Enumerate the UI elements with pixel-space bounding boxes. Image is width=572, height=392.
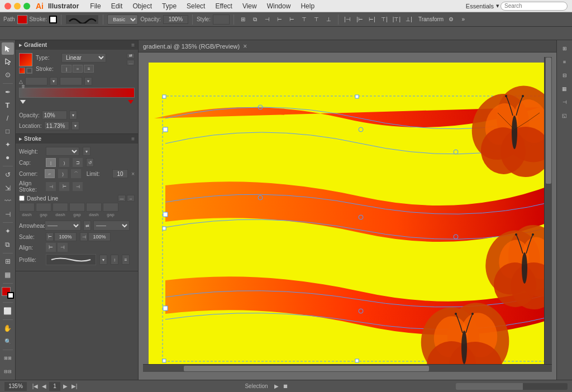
tool-graph[interactable]: ▦	[2, 269, 14, 281]
tool-direct-selection[interactable]	[2, 56, 14, 68]
menu-type[interactable]: Type	[158, 1, 181, 11]
stop-btn[interactable]: ⏹	[282, 383, 289, 390]
tool-line[interactable]: /	[2, 112, 14, 125]
tool-text[interactable]: T	[2, 99, 14, 111]
envelope-icon[interactable]: ⊞	[238, 15, 248, 25]
scale-start-input[interactable]	[54, 232, 77, 241]
dash-3[interactable]	[86, 203, 102, 212]
menu-file[interactable]: File	[85, 1, 105, 11]
tool-blend[interactable]: ⧉	[2, 238, 14, 251]
gradient-stop-right[interactable]	[128, 100, 134, 104]
minimize-button[interactable]	[14, 3, 21, 9]
gradient-delete-icon[interactable]: 🗑	[21, 84, 25, 88]
gradient-swatch[interactable]	[19, 53, 32, 66]
gradient-type-select[interactable]: Linear Radial	[61, 53, 106, 63]
gradient-panel-header[interactable]: ▸ Gradient ≡	[16, 40, 138, 50]
toolbar-overflow-icon[interactable]: »	[458, 15, 468, 25]
perspective-icon[interactable]: ⧉	[250, 15, 260, 25]
page-prev-btn[interactable]: ◀	[40, 383, 48, 390]
dashed-line-checkbox[interactable]	[19, 195, 25, 201]
stroke-style-preview[interactable]	[65, 15, 99, 25]
distribute-center-icon[interactable]: |⊢	[355, 15, 365, 25]
profile-flip-btn[interactable]: ↕	[111, 255, 118, 265]
aspect-arrow[interactable]: ▾	[84, 77, 92, 85]
gradient-bar[interactable]	[19, 88, 135, 98]
stroke-panel-header[interactable]: ▸ Stroke ≡	[16, 134, 138, 144]
tool-hand[interactable]: ✋	[2, 322, 14, 334]
transform-options-icon[interactable]: ⚙	[446, 15, 456, 25]
align-bottom-icon[interactable]: ⊥	[324, 15, 334, 25]
stroke-icon-1[interactable]: |	[61, 65, 72, 73]
tool-eyedropper[interactable]: ✦	[2, 225, 14, 237]
gap-2[interactable]	[69, 203, 85, 212]
cap-round[interactable]: )	[59, 158, 69, 167]
tool-width[interactable]: ⊣	[2, 208, 14, 221]
align-inside-icon[interactable]: ⊣	[58, 243, 68, 252]
vertical-scrollbar[interactable]	[544, 57, 552, 372]
location-value-input[interactable]	[44, 121, 69, 130]
opacity-arrow[interactable]: ▾	[69, 111, 77, 119]
style-swatch[interactable]	[213, 15, 230, 25]
tool-brush[interactable]: ✦	[2, 138, 14, 151]
tool-grid-1[interactable]: ⊞⊞	[2, 352, 14, 365]
page-input[interactable]	[49, 382, 60, 391]
right-tool-3[interactable]: ⊟	[559, 69, 571, 82]
dash-2[interactable]	[53, 203, 68, 212]
right-tool-4[interactable]: ▦	[559, 83, 571, 95]
page-next-btn[interactable]: ▶	[61, 383, 69, 390]
stroke-icon-2[interactable]: =	[73, 65, 83, 73]
menu-select[interactable]: Select	[182, 1, 209, 11]
distribute-top-icon[interactable]: ⊤|	[379, 15, 389, 25]
aspect-input[interactable]	[60, 77, 82, 85]
right-tool-1[interactable]: ⊞	[559, 42, 571, 55]
profile-menu-btn[interactable]: ≡	[122, 255, 130, 265]
play-btn[interactable]: ▶	[273, 383, 280, 390]
align-middle-icon[interactable]: ⊤	[312, 15, 322, 25]
maximize-button[interactable]	[23, 3, 30, 9]
tool-artboard[interactable]: ⬜	[2, 305, 14, 317]
align-center-icon[interactable]: ⊢	[275, 15, 285, 25]
tool-rotate[interactable]: ↺	[2, 169, 14, 181]
menu-object[interactable]: Object	[128, 1, 156, 11]
gradient-options-btn[interactable]: …	[127, 60, 135, 65]
zoom-input[interactable]	[4, 382, 27, 391]
tool-color-swatches[interactable]	[2, 287, 14, 299]
tool-magic-wand[interactable]: ⊙	[2, 69, 14, 81]
gradient-reverse-btn[interactable]: ⇄	[127, 53, 135, 59]
dash-option-1[interactable]: —	[118, 195, 126, 202]
profile-select[interactable]	[46, 254, 96, 265]
arrowhead-swap-btn[interactable]: ⇄	[83, 221, 91, 231]
gradient-stroke-icon[interactable]	[26, 68, 32, 74]
angle-input[interactable]	[25, 77, 47, 85]
arrowhead-start-select[interactable]: ——	[45, 221, 81, 231]
dash-option-2[interactable]: --	[127, 195, 135, 202]
close-button[interactable]	[4, 3, 11, 9]
opacity-value-input[interactable]	[42, 111, 67, 119]
scale-end-input[interactable]	[88, 232, 111, 241]
tool-grid-2[interactable]: ⊟⊟	[2, 366, 14, 378]
distribute-left-icon[interactable]: |⊣	[342, 15, 352, 25]
horizontal-scrollbar[interactable]	[143, 364, 552, 372]
tool-pen[interactable]: ✒	[2, 86, 14, 98]
corner-bevel[interactable]: ⌒	[71, 169, 80, 178]
stroke-icon-3[interactable]: ≡	[84, 65, 94, 73]
gradient-panel-menu[interactable]: ≡	[131, 42, 135, 48]
page-last-btn[interactable]: ▶|	[70, 383, 78, 390]
gap-1[interactable]	[36, 203, 51, 212]
canvas-area[interactable]	[143, 57, 552, 372]
location-arrow[interactable]: ▾	[72, 121, 79, 130]
angle-arrow[interactable]: ▾	[50, 77, 58, 85]
align-center-stroke[interactable]: ⊣	[46, 182, 56, 191]
tool-shape[interactable]: □	[2, 125, 14, 137]
weight-select[interactable]	[46, 147, 79, 156]
menu-help[interactable]: Help	[296, 1, 319, 11]
page-first-btn[interactable]: |◀	[31, 383, 39, 390]
cap-butt[interactable]: |	[46, 158, 56, 167]
right-tool-6[interactable]: ◱	[559, 109, 571, 122]
right-tool-2[interactable]: ≡	[559, 56, 571, 68]
align-outside-stroke[interactable]: ⊣	[73, 182, 83, 191]
gradient-stop-left[interactable]	[20, 100, 26, 104]
profile-dropdown-arrow[interactable]: ▾	[99, 255, 107, 265]
stroke-panel-menu[interactable]: ≡	[131, 136, 135, 142]
limit-input[interactable]	[112, 169, 128, 178]
